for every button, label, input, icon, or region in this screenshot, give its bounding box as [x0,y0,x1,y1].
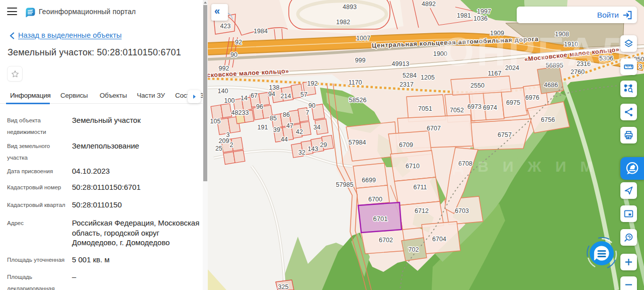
svg-text:6703: 6703 [455,207,469,214]
svg-text:6702: 6702 [379,237,393,244]
svg-text:32: 32 [298,149,305,156]
svg-text:57985: 57985 [336,181,354,188]
svg-text:47: 47 [286,122,293,129]
svg-text:6976: 6976 [525,94,539,101]
svg-text:1981: 1981 [457,12,471,19]
svg-text:42: 42 [296,128,303,135]
svg-text:58526: 58526 [349,97,367,104]
svg-text:6707: 6707 [427,125,441,132]
svg-text:140: 140 [218,88,228,95]
svg-text:1007: 1007 [356,35,370,42]
svg-text:6756: 6756 [541,116,555,123]
svg-text:49913: 49913 [392,60,410,67]
svg-text:1982: 1982 [336,19,350,26]
svg-text:96: 96 [256,103,263,110]
svg-text:6974: 6974 [483,104,497,111]
svg-text:6757: 6757 [498,131,512,138]
svg-text:1205: 1205 [421,74,435,81]
svg-text:44: 44 [281,136,288,143]
svg-text:57984: 57984 [349,139,366,146]
svg-text:1036: 1036 [473,15,488,22]
svg-text:5284: 5284 [403,72,417,79]
svg-text:6975: 6975 [506,99,520,106]
svg-text:6701: 6701 [373,215,388,223]
svg-text:100: 100 [224,97,235,104]
svg-text:6700: 6700 [368,196,382,203]
svg-text:423: 423 [220,23,231,30]
svg-text:138: 138 [269,84,280,91]
svg-text:702: 702 [409,246,419,253]
svg-text:6710: 6710 [406,163,420,170]
svg-text:3: 3 [639,63,642,70]
svg-text:1170: 1170 [349,79,362,86]
svg-text:4893: 4893 [343,4,357,11]
svg-text:48233: 48233 [231,109,249,116]
svg-text:ДВИЖИМ: ДВИЖИМ [453,158,607,175]
svg-text:2317: 2317 [399,81,414,88]
svg-text:1997: 1997 [477,8,491,15]
svg-text:999: 999 [355,57,366,64]
svg-text:57: 57 [300,91,307,98]
svg-text:209: 209 [219,137,229,144]
svg-text:39: 39 [273,126,280,133]
svg-text:29: 29 [320,141,327,149]
svg-text:6699: 6699 [362,177,376,184]
svg-text:90: 90 [230,51,237,58]
svg-text:6712: 6712 [415,207,429,214]
svg-text:2550: 2550 [470,82,485,89]
svg-text:105: 105 [210,118,221,125]
svg-text:6973: 6973 [467,103,481,110]
svg-text:1984: 1984 [254,28,268,35]
svg-text:6711: 6711 [414,184,427,191]
svg-text:143: 143 [308,146,318,153]
svg-text:214: 214 [281,93,291,100]
svg-text:94: 94 [268,91,275,98]
svg-text:6704: 6704 [432,236,446,243]
svg-text:67: 67 [251,92,258,99]
svg-text:4686: 4686 [544,82,558,89]
svg-text:ОНРЕАЛ: ОНРЕАЛ [443,29,630,74]
svg-text:92: 92 [235,39,242,46]
svg-text:191: 191 [258,124,268,131]
svg-text:325: 325 [278,283,289,290]
svg-text:6709: 6709 [399,141,413,149]
svg-text:2: 2 [230,141,233,149]
svg-text:192: 192 [307,80,318,87]
svg-text:86: 86 [283,111,290,118]
svg-text:85: 85 [270,115,277,122]
svg-text:34: 34 [313,124,320,131]
svg-text:25: 25 [215,145,222,152]
svg-text:7052: 7052 [450,107,464,114]
svg-text:90: 90 [308,102,315,109]
svg-text:14: 14 [240,95,248,102]
svg-text:7: 7 [306,109,309,116]
svg-text:4892: 4892 [422,1,436,8]
svg-text:7051: 7051 [418,105,432,112]
